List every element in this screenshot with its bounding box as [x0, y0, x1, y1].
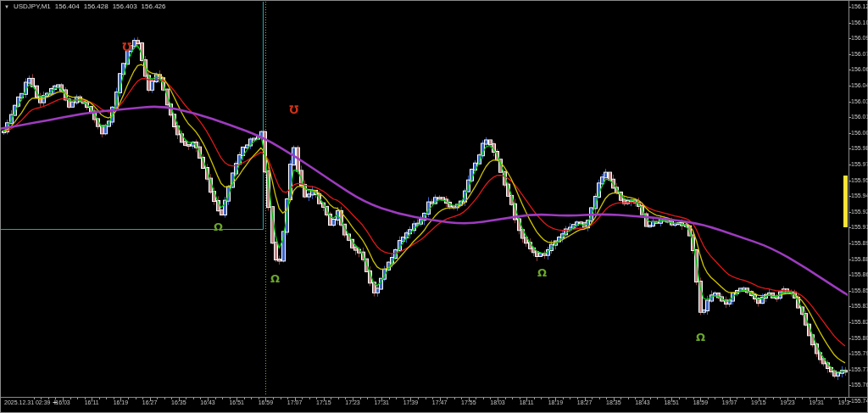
- time-axis-label: 16:19: [114, 399, 129, 405]
- time-axis-label: 16:35: [171, 399, 186, 405]
- time-axis-label: 17:31: [374, 399, 389, 405]
- symbol-period-label: USDJPY,M1: [14, 3, 51, 10]
- time-axis[interactable]: 16:0316:1116:1916:2716:3516:4316:5116:59…: [0, 398, 849, 412]
- time-axis-label: 18:35: [606, 399, 621, 405]
- time-axis-label: 18:51: [664, 399, 679, 405]
- quote-close: 156.426: [142, 3, 166, 10]
- window-menu-icon[interactable]: ▼: [4, 4, 9, 9]
- time-axis-label: 19:23: [780, 399, 795, 405]
- buy-signal-marker[interactable]: Ω: [537, 267, 547, 278]
- chart-canvas[interactable]: [0, 0, 868, 413]
- time-axis-label: 19:31: [809, 399, 824, 405]
- crosshair-icon[interactable]: +: [53, 398, 58, 407]
- sell-signal-marker[interactable]: ℧: [289, 104, 298, 115]
- crosshair-datetime-label: 2025.12.31 02:39: [4, 399, 51, 405]
- quote-open: 156.404: [55, 3, 80, 10]
- sell-signal-marker[interactable]: ℧: [122, 42, 131, 53]
- time-axis-label: 18:03: [490, 399, 505, 405]
- time-axis-label: 16:51: [229, 399, 244, 405]
- time-axis-label: 18:19: [548, 399, 564, 405]
- status-bar: 2025.12.31 02:39 +: [4, 399, 51, 405]
- time-axis-label: 17:55: [461, 399, 476, 405]
- time-axis-label: 17:39: [403, 399, 419, 405]
- time-axis-label: 16:59: [259, 399, 274, 405]
- time-axis-label: 17:23: [345, 399, 360, 405]
- chart-window[interactable]: ▼ USDJPY,M1 156.404 156.428 156.403 156.…: [0, 0, 868, 413]
- time-axis-label: 18:59: [693, 399, 709, 405]
- time-axis-label: 19:39: [838, 399, 849, 405]
- time-axis-label: 17:15: [316, 399, 331, 405]
- time-axis-label: 19:07: [722, 399, 737, 405]
- time-axis-label: 18:27: [577, 399, 593, 405]
- buy-signal-marker[interactable]: Ω: [696, 332, 705, 343]
- time-axis-label: 17:07: [287, 399, 303, 405]
- buy-signal-marker[interactable]: Ω: [270, 273, 280, 284]
- chart-title-bar: ▼ USDJPY,M1 156.404 156.428 156.403 156.…: [4, 3, 166, 10]
- time-axis-label: 18:43: [635, 399, 650, 405]
- time-axis-label: 16:27: [142, 399, 158, 405]
- quote-high: 156.428: [84, 3, 108, 10]
- time-axis-label: 16:43: [200, 399, 215, 405]
- buy-signal-marker[interactable]: Ω: [214, 221, 223, 232]
- time-axis-label: 19:15: [751, 399, 766, 405]
- time-axis-label: 18:11: [520, 399, 534, 405]
- time-axis-label: 16:11: [85, 399, 99, 405]
- quote-low: 156.403: [113, 3, 137, 10]
- time-axis-label: 17:47: [432, 399, 448, 405]
